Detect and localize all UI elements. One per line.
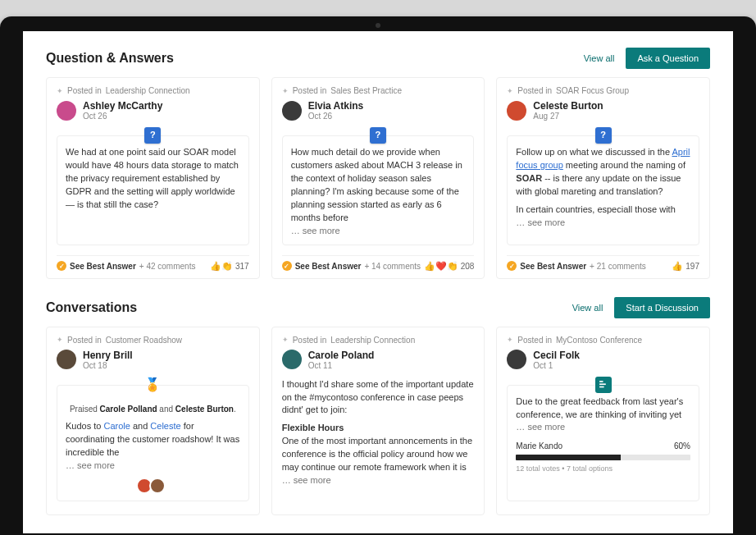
author-name[interactable]: Cecil Folk bbox=[533, 350, 580, 361]
start-discussion-button[interactable]: Start a Discussion bbox=[614, 297, 710, 318]
reactions[interactable]: 👍 197 bbox=[672, 261, 699, 272]
comment-count: + 14 comments bbox=[364, 262, 421, 271]
conv-title: Conversations bbox=[46, 300, 137, 315]
check-icon: ✓ bbox=[282, 261, 292, 271]
author-date: Oct 26 bbox=[83, 112, 162, 121]
qa-card[interactable]: ✦ Posted in Leadership Connection Ashley… bbox=[46, 77, 260, 279]
posted-in: ✦ Posted in MyContoso Conference bbox=[507, 336, 699, 345]
reaction-count: 197 bbox=[685, 262, 699, 271]
avatar[interactable] bbox=[507, 101, 526, 121]
posted-group[interactable]: SOAR Focus Group bbox=[556, 86, 629, 95]
qa-cards: ✦ Posted in Leadership Connection Ashley… bbox=[46, 77, 710, 279]
poll-option-label: Marie Kando bbox=[516, 441, 562, 453]
author-date: Oct 18 bbox=[83, 361, 133, 370]
qa-card[interactable]: ✦ Posted in SOAR Focus Group Celeste Bur… bbox=[496, 77, 710, 279]
posted-in: ✦ Posted in Customer Roadshow bbox=[57, 336, 249, 345]
yammer-icon: ✦ bbox=[282, 87, 289, 95]
poll-bar-fill bbox=[516, 455, 621, 460]
question-text: How much detail do we provide when custo… bbox=[291, 147, 462, 222]
author-date: Aug 27 bbox=[533, 112, 603, 121]
praised-avatars bbox=[66, 478, 240, 494]
posted-group[interactable]: Leadership Connection bbox=[106, 86, 190, 95]
reaction-emojis: 👍❤️👏 bbox=[424, 261, 458, 272]
mention[interactable]: Carole bbox=[103, 421, 130, 431]
conv-view-all-link[interactable]: View all bbox=[572, 303, 603, 313]
praised-line: Praised Carole Polland and Celeste Burto… bbox=[66, 404, 240, 416]
yammer-icon: ✦ bbox=[507, 336, 513, 344]
author-name[interactable]: Henry Brill bbox=[83, 350, 133, 361]
posted-prefix: Posted in bbox=[67, 86, 102, 95]
see-more-link[interactable]: … see more bbox=[282, 475, 331, 485]
qa-card[interactable]: ✦ Posted in Sales Best Practice Elvia At… bbox=[271, 77, 485, 279]
see-best-answer[interactable]: ✓ See Best Answer + 21 comments bbox=[507, 261, 645, 271]
author-name[interactable]: Ashley McCarthy bbox=[83, 100, 162, 112]
avatar[interactable] bbox=[57, 101, 76, 121]
see-more-link[interactable]: … see more bbox=[66, 460, 115, 470]
question-body: ? How much detail do we provide when cus… bbox=[282, 135, 475, 245]
author-block: Elvia Atkins Oct 26 bbox=[282, 100, 475, 121]
post-heading: Flexible Hours bbox=[282, 422, 475, 435]
avatar[interactable] bbox=[507, 350, 526, 369]
author-block: Henry Brill Oct 18 bbox=[57, 350, 249, 370]
question-text: We had at one point said our SOAR model … bbox=[66, 147, 239, 209]
reactions[interactable]: 👍👏 317 bbox=[210, 261, 249, 272]
see-best-answer[interactable]: ✓ See Best Answer + 14 comments bbox=[282, 261, 421, 271]
poll-meta: 12 total votes • 7 total options bbox=[516, 464, 690, 474]
post-para1: I thought I'd share some of the importan… bbox=[282, 379, 474, 415]
tablet-frame: Question & Answers View all Ask a Questi… bbox=[0, 16, 756, 535]
posted-group[interactable]: MyContoso Conference bbox=[556, 336, 642, 345]
posted-in: ✦ Posted in Sales Best Practice bbox=[282, 86, 475, 95]
poll-icon bbox=[595, 377, 612, 393]
comment-count: + 21 comments bbox=[590, 262, 646, 271]
card-footer: ✓ See Best Answer + 42 comments 👍👏 317 bbox=[57, 255, 249, 272]
conv-cards: ✦ Posted in Customer Roadshow Henry Bril… bbox=[46, 327, 710, 515]
see-more-link[interactable]: … see more bbox=[516, 422, 565, 432]
comment-count: + 42 comments bbox=[139, 262, 196, 271]
reaction-emojis: 👍👏 bbox=[210, 261, 233, 272]
avatar[interactable] bbox=[282, 101, 302, 121]
author-name[interactable]: Celeste Burton bbox=[533, 100, 603, 112]
poll-option-row[interactable]: Marie Kando 60% bbox=[516, 441, 690, 453]
see-best-answer[interactable]: ✓ See Best Answer + 42 comments bbox=[57, 261, 195, 271]
avatar-small[interactable] bbox=[149, 478, 166, 494]
question-body: ? Follow up on what we discussed in the … bbox=[507, 135, 699, 245]
qa-title: Question & Answers bbox=[46, 51, 174, 66]
see-more-link[interactable]: … see more bbox=[291, 226, 340, 235]
conv-card-post[interactable]: ✦ Posted in Leadership Connection Carole… bbox=[271, 327, 485, 515]
camera-dot bbox=[376, 23, 380, 28]
praise-body: 🏅 Praised Carole Polland and Celeste Bur… bbox=[57, 385, 249, 501]
praise-text-mid: and bbox=[130, 421, 150, 431]
qa-section-header: Question & Answers View all Ask a Questi… bbox=[46, 48, 710, 69]
author-block: Ashley McCarthy Oct 26 bbox=[57, 100, 249, 121]
author-date: Oct 26 bbox=[308, 112, 364, 121]
avatar[interactable] bbox=[282, 350, 302, 369]
svg-rect-1 bbox=[599, 383, 606, 385]
qa-view-all-link[interactable]: View all bbox=[584, 53, 615, 63]
reaction-emojis: 👍 bbox=[672, 261, 683, 272]
check-icon: ✓ bbox=[57, 261, 66, 271]
best-answer-label: See Best Answer bbox=[70, 262, 136, 271]
author-name[interactable]: Elvia Atkins bbox=[308, 100, 364, 112]
ask-question-button[interactable]: Ask a Question bbox=[626, 48, 710, 69]
posted-prefix: Posted in bbox=[293, 336, 327, 345]
conv-actions: View all Start a Discussion bbox=[572, 297, 710, 318]
posted-in: ✦ Posted in Leadership Connection bbox=[57, 86, 249, 95]
check-icon: ✓ bbox=[507, 261, 517, 271]
reactions[interactable]: 👍❤️👏 208 bbox=[424, 261, 475, 272]
yammer-icon: ✦ bbox=[57, 336, 63, 344]
posted-group[interactable]: Customer Roadshow bbox=[106, 336, 182, 345]
conv-card-praise[interactable]: ✦ Posted in Customer Roadshow Henry Bril… bbox=[46, 327, 260, 515]
author-block: Cecil Folk Oct 1 bbox=[507, 350, 699, 370]
question-icon: ? bbox=[370, 127, 386, 144]
posted-group[interactable]: Leadership Connection bbox=[330, 336, 415, 345]
question-icon: ? bbox=[144, 127, 161, 144]
conv-card-poll[interactable]: ✦ Posted in MyContoso Conference Cecil F… bbox=[496, 327, 710, 515]
card-footer: ✓ See Best Answer + 21 comments 👍 197 bbox=[507, 255, 699, 272]
posted-group[interactable]: Sales Best Practice bbox=[330, 86, 402, 95]
post-body: I thought I'd share some of the importan… bbox=[282, 378, 475, 488]
question-text-mid: meeting around the naming of bbox=[563, 160, 685, 170]
mention[interactable]: Celeste bbox=[150, 421, 180, 431]
see-more-link[interactable]: … see more bbox=[516, 217, 565, 227]
author-name[interactable]: Carole Poland bbox=[308, 350, 375, 361]
avatar[interactable] bbox=[57, 350, 76, 369]
